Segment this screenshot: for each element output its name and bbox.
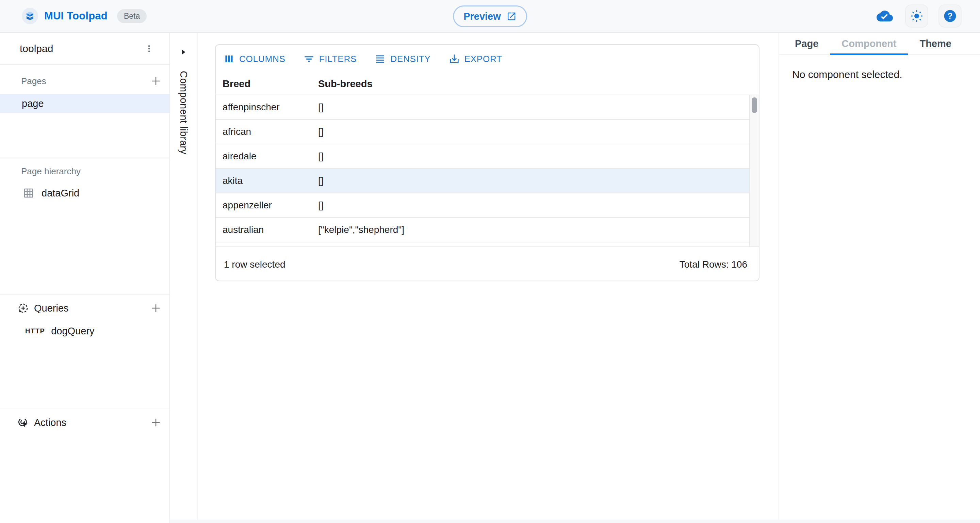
density-button-label: DENSITY — [390, 54, 430, 64]
dogquery-item-label: dogQuery — [51, 325, 94, 337]
tab-component[interactable]: Component — [830, 33, 908, 54]
cell-breed[interactable]: airedale — [216, 151, 318, 162]
filter-icon — [303, 53, 315, 65]
project-name: toolpad — [20, 43, 53, 54]
export-button[interactable]: EXPORT — [449, 53, 502, 65]
explorer-sidebar: toolpad Pages page Page hierarchy — [0, 33, 170, 523]
table-grid-icon — [22, 187, 35, 199]
table-row-partial — [216, 242, 759, 247]
no-component-message: No component selected. — [792, 69, 980, 80]
page-item-label: page — [22, 98, 44, 109]
add-query-button[interactable] — [147, 299, 165, 317]
actions-section-label: Actions — [34, 417, 66, 428]
cell-breed[interactable]: affenpinscher — [216, 102, 318, 113]
table-row-selected[interactable]: akita [] — [216, 169, 759, 193]
cell-sub-breeds[interactable]: [] — [318, 200, 759, 211]
datagrid-toolbar: COLUMNS FILTERS DENSITY — [216, 45, 759, 73]
project-menu-button[interactable] — [141, 40, 157, 57]
toolpad-logo-glyph — [24, 10, 36, 22]
filters-button[interactable]: FILTERS — [303, 53, 357, 65]
download-icon — [449, 53, 460, 65]
plus-icon — [150, 417, 162, 428]
export-button-label: EXPORT — [465, 54, 502, 64]
svg-text:?: ? — [948, 11, 953, 21]
columns-icon — [223, 53, 235, 65]
sidebar-item-page[interactable]: page — [0, 94, 169, 113]
table-row[interactable]: appenzeller [] — [216, 193, 759, 218]
queries-section-header: Queries — [0, 295, 169, 321]
plus-icon — [150, 302, 162, 314]
table-row[interactable]: african [] — [216, 120, 759, 144]
beta-badge: Beta — [117, 9, 147, 23]
kebab-icon — [145, 44, 153, 53]
cell-sub-breeds[interactable]: [] — [318, 102, 759, 113]
selection-count: 1 row selected — [224, 259, 285, 270]
cell-breed[interactable]: appenzeller — [216, 200, 318, 211]
datagrid-footer: 1 row selected Total Rows: 106 — [216, 247, 759, 281]
table-row[interactable]: affenpinscher [] — [216, 95, 759, 120]
pages-section-label: Pages — [21, 76, 46, 86]
grid-scrollbar-track[interactable] — [749, 95, 759, 247]
sync-status-icon — [876, 7, 894, 25]
filters-button-label: FILTERS — [319, 54, 357, 64]
add-action-button[interactable] — [147, 414, 165, 431]
sidebar-item-datagrid[interactable]: dataGrid — [0, 183, 169, 203]
datagrid-component: COLUMNS FILTERS DENSITY — [215, 44, 759, 281]
sidebar-divider — [0, 294, 169, 295]
density-button[interactable]: DENSITY — [374, 53, 430, 65]
grid-scrollbar-thumb[interactable] — [752, 97, 757, 113]
hierarchy-section-header: Page hierarchy — [0, 159, 169, 183]
plus-icon — [150, 75, 162, 87]
add-page-button[interactable] — [147, 72, 165, 90]
datagrid-item-label: dataGrid — [41, 188, 79, 199]
column-header-breed[interactable]: Breed — [216, 78, 318, 89]
app-header: MUI Toolpad Beta Preview — [0, 0, 980, 33]
sidebar-divider — [0, 158, 169, 158]
preview-button[interactable]: Preview — [453, 5, 527, 27]
sidebar-divider — [0, 408, 169, 409]
theme-toggle-button[interactable] — [905, 5, 928, 27]
density-icon — [374, 53, 386, 65]
cell-sub-breeds[interactable]: [] — [318, 126, 759, 137]
component-library-strip: Component library — [170, 33, 197, 520]
header-actions: ? — [876, 5, 962, 27]
column-header-sub-breeds[interactable]: Sub-breeds — [318, 78, 759, 89]
inspector-panel: Page Component Theme No component select… — [778, 33, 980, 520]
triangle-right-icon — [179, 48, 188, 56]
total-rows: Total Rows: 106 — [679, 259, 747, 270]
external-link-icon — [506, 11, 517, 21]
hierarchy-section-label: Page hierarchy — [21, 166, 81, 177]
columns-button-label: COLUMNS — [239, 54, 285, 64]
toolpad-app: MUI Toolpad Beta Preview — [0, 0, 980, 523]
cell-sub-breeds[interactable]: [] — [318, 151, 759, 162]
app-title: MUI Toolpad — [44, 10, 108, 22]
columns-button[interactable]: COLUMNS — [223, 53, 285, 65]
table-row[interactable]: airedale [] — [216, 144, 759, 169]
sidebar-item-dogquery[interactable]: HTTP dogQuery — [0, 321, 169, 341]
query-icon — [17, 302, 29, 314]
help-button[interactable]: ? — [939, 5, 962, 27]
page-canvas: COLUMNS FILTERS DENSITY — [198, 33, 778, 520]
queries-section-label: Queries — [34, 303, 69, 314]
cell-sub-breeds[interactable]: [] — [318, 175, 759, 186]
preview-button-label: Preview — [463, 11, 501, 22]
sun-icon — [910, 9, 924, 23]
component-library-label[interactable]: Component library — [178, 71, 189, 154]
cell-sub-breeds[interactable]: ["kelpie","shepherd"] — [318, 224, 759, 235]
datagrid-header-row: Breed Sub-breeds — [216, 73, 759, 95]
table-row[interactable]: australian ["kelpie","shepherd"] — [216, 218, 759, 242]
datagrid-rows-viewport: affenpinscher [] african [] airedale [] … — [216, 95, 759, 247]
question-icon: ? — [943, 9, 957, 23]
tab-page[interactable]: Page — [783, 33, 830, 54]
cell-breed[interactable]: akita — [216, 175, 318, 186]
cell-breed[interactable]: australian — [216, 224, 318, 235]
tab-theme[interactable]: Theme — [908, 33, 963, 54]
http-method-chip: HTTP — [25, 327, 45, 335]
actions-icon — [17, 416, 29, 429]
cell-breed[interactable]: african — [216, 126, 318, 137]
project-row: toolpad — [0, 33, 169, 65]
component-library-toggle[interactable] — [179, 48, 188, 56]
inspector-tabs: Page Component Theme — [779, 33, 980, 55]
toolpad-logo-icon — [22, 8, 38, 24]
pages-section-header: Pages — [0, 68, 169, 94]
